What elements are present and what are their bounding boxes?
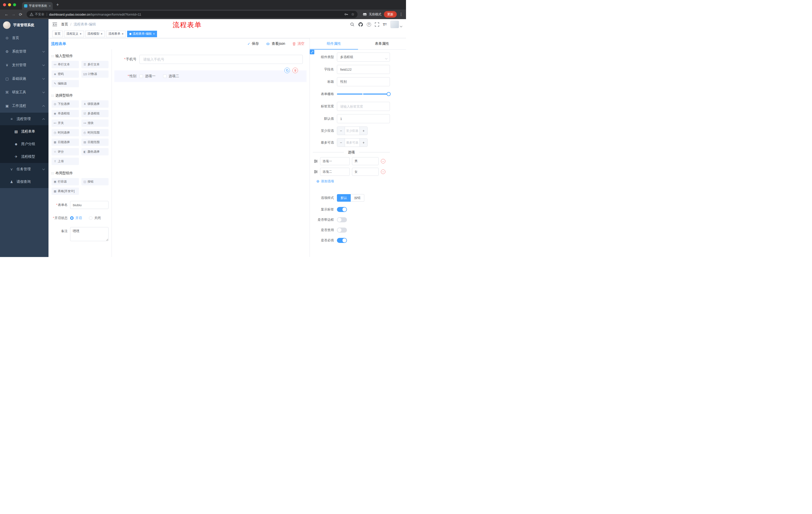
label-width-input[interactable] <box>337 102 390 111</box>
palette-item[interactable]: ◴ 时间范围 <box>81 129 109 136</box>
tag-home[interactable]: 首页 <box>52 31 63 37</box>
copy-component-icon[interactable] <box>284 67 290 73</box>
tab-form-props[interactable]: 表单属性 <box>358 38 406 49</box>
breadcrumb-home[interactable]: 首页 <box>61 22 68 27</box>
form-remark-textarea[interactable]: 嘿嘿 <box>70 227 109 241</box>
component-type-select[interactable]: 多选框组 <box>337 53 390 62</box>
disabled-toggle[interactable] <box>337 227 347 233</box>
option2-name-input[interactable] <box>320 168 350 176</box>
close-icon[interactable]: × <box>122 32 124 35</box>
palette-item[interactable]: ⋔ 级联选择 <box>81 100 109 108</box>
save-button[interactable]: ✓ 保存 <box>248 42 259 46</box>
sidebar-item-process-mgmt[interactable]: ≡ 流程管理 <box>0 113 49 125</box>
palette-item[interactable]: ▤ 日期范围 <box>81 139 109 146</box>
sidebar-item-payment[interactable]: ¥ 支付管理 <box>0 58 49 72</box>
grid-slider[interactable] <box>337 89 390 99</box>
palette-item[interactable]: 123 计数器 <box>81 71 109 78</box>
title-input[interactable] <box>337 77 390 86</box>
tab-close-icon[interactable]: × <box>49 4 51 8</box>
search-icon[interactable] <box>350 22 354 27</box>
add-option-button[interactable]: ⊕ 添加选项 <box>316 179 390 184</box>
address-bar[interactable]: 不安全 dashboard.yudao.iocoder.cn /bpm/mana… <box>27 11 357 18</box>
link-icon[interactable] <box>310 50 314 54</box>
sidebar-item-workflow[interactable]: ▣ 工作流程 <box>0 99 49 113</box>
palette-item[interactable]: ⇧ 上传 <box>52 158 79 165</box>
drag-handle-icon[interactable] <box>314 159 318 163</box>
palette-item[interactable]: ◉ 单选框组 <box>52 110 79 117</box>
canvas-field-gender-selected[interactable]: *性别 选项一 选项二 <box>114 71 307 82</box>
required-toggle[interactable] <box>337 238 347 243</box>
show-label-toggle[interactable] <box>337 207 347 212</box>
style-default-button[interactable]: 默认 <box>337 194 351 202</box>
user-menu[interactable] <box>390 21 402 28</box>
tag-process-model[interactable]: 流程模型× <box>85 31 105 37</box>
github-icon[interactable] <box>358 22 363 27</box>
browser-tab[interactable]: 芋道管理系统 × <box>22 2 53 9</box>
forward-icon[interactable]: → <box>10 12 17 17</box>
palette-item[interactable]: ☑ 多选框组 <box>81 110 109 117</box>
update-button[interactable]: 更新 <box>384 11 397 18</box>
phone-input[interactable] <box>140 55 303 64</box>
gender-option1-checkbox[interactable]: 选项一 <box>140 74 155 78</box>
bookmark-star-icon[interactable]: ☆ <box>351 12 354 17</box>
fullscreen-icon[interactable] <box>375 22 379 27</box>
stepper-plus-button[interactable]: + <box>360 127 367 135</box>
option1-value-input[interactable] <box>352 157 379 165</box>
default-value-input[interactable] <box>337 114 390 123</box>
tag-process-form[interactable]: 流程表单× <box>106 31 126 37</box>
sidebar-item-user-group[interactable]: ☻ 用户分组 <box>0 138 49 151</box>
view-json-button[interactable]: 查看json <box>266 42 285 46</box>
sidebar-item-infra[interactable]: ▢ 基础设施 <box>0 72 49 85</box>
clear-button[interactable]: 清空 <box>292 42 304 46</box>
border-toggle[interactable] <box>337 217 347 222</box>
status-on-radio[interactable]: 开启 <box>70 216 82 220</box>
help-icon[interactable]: ? <box>367 22 371 27</box>
sidebar-item-home[interactable]: ⊙ 首页 <box>0 31 49 45</box>
remove-option-icon[interactable]: − <box>381 159 385 163</box>
back-icon[interactable]: ← <box>3 12 10 17</box>
security-label[interactable]: 不安全 <box>35 12 45 17</box>
stepper-minus-button[interactable]: − <box>337 127 345 135</box>
palette-item[interactable]: ▭ 单行文本 <box>52 61 79 68</box>
palette-item[interactable]: ▣ 行容器 <box>52 178 79 185</box>
sidebar-item-devtools[interactable]: ⌘ 研发工具 <box>0 85 49 99</box>
palette-item[interactable]: ◧ 颜色选择 <box>81 148 109 155</box>
app-logo[interactable]: 芋道管理系统 <box>0 19 49 31</box>
sidebar-item-process-form[interactable]: ▤ 流程表单 <box>0 125 49 138</box>
palette-item[interactable]: ⊶ 滑块 <box>81 119 109 127</box>
style-button-button[interactable]: 按钮 <box>351 194 364 202</box>
gender-option2-checkbox[interactable]: 选项二 <box>163 74 179 78</box>
form-name-input[interactable] <box>70 201 109 209</box>
palette-item[interactable]: ◎ 下拉选择 <box>52 100 79 108</box>
min-select-input[interactable] <box>345 127 360 135</box>
window-zoom-button[interactable] <box>13 3 16 6</box>
new-tab-button[interactable]: + <box>56 2 59 7</box>
reload-icon[interactable]: ⟳ <box>17 12 24 17</box>
palette-item[interactable]: ⊷ 开关 <box>52 119 79 127</box>
browser-menu-icon[interactable]: ⋮ <box>399 12 403 17</box>
palette-item[interactable]: ▦ 日期选择 <box>52 139 79 146</box>
tag-process-definition[interactable]: 流程定义× <box>64 31 84 37</box>
window-close-button[interactable] <box>3 3 6 6</box>
sidebar-item-task-mgmt[interactable]: ⋎ 任务管理 <box>0 163 49 175</box>
palette-item[interactable]: ◷ 时间选择 <box>52 129 79 136</box>
canvas-field-phone[interactable]: *手机号 <box>114 55 307 64</box>
form-canvas[interactable]: *手机号 <box>112 49 310 257</box>
option1-name-input[interactable] <box>320 157 350 165</box>
drag-handle-icon[interactable] <box>314 170 318 174</box>
password-key-icon[interactable] <box>344 12 348 16</box>
sidebar-item-leave-query[interactable]: ♟ 请假查询 <box>0 175 49 188</box>
tab-component-props[interactable]: 组件属性 <box>310 38 358 49</box>
palette-item[interactable]: ◫ 按钮 <box>81 178 109 185</box>
sidebar-item-process-model[interactable]: ✈ 流程模型 <box>0 151 49 163</box>
palette-item[interactable]: ☆ 评分 <box>52 148 79 155</box>
close-icon[interactable]: × <box>153 32 155 35</box>
stepper-minus-button[interactable]: − <box>337 139 345 146</box>
tag-process-form-edit[interactable]: 流程表单-编辑× <box>127 31 157 37</box>
delete-component-icon[interactable] <box>292 67 298 73</box>
palette-item[interactable]: ✎ 编辑器 <box>52 80 79 87</box>
window-minimize-button[interactable] <box>8 3 11 6</box>
font-size-icon[interactable]: TT <box>383 22 387 27</box>
palette-item[interactable]: ☰ 多行文本 <box>81 61 109 68</box>
max-select-input[interactable] <box>345 139 360 146</box>
